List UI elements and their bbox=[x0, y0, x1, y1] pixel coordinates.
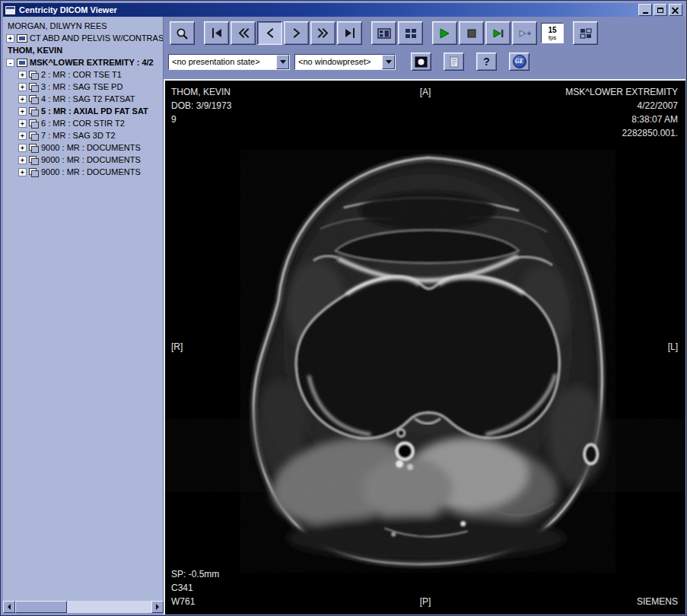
dropdown-arrow-button[interactable] bbox=[382, 55, 395, 69]
maximize-button[interactable] bbox=[654, 4, 667, 16]
overlay-study-block: MSK^LOWER EXTREMITY 4/22/2007 8:38:07 AM… bbox=[565, 85, 678, 140]
orientation-marker-left: [L] bbox=[668, 340, 678, 354]
study-icon bbox=[17, 59, 27, 67]
app-icon bbox=[5, 5, 16, 15]
double-chevron-right-icon bbox=[316, 28, 330, 38]
tree-item-series[interactable]: + 2 : MR : COR TSE T1 bbox=[3, 68, 163, 81]
help-button[interactable]: ? bbox=[476, 52, 497, 71]
window-preset-value: <no windowpreset> bbox=[295, 55, 373, 69]
expand-toggle[interactable]: + bbox=[18, 83, 27, 91]
first-image-button[interactable] bbox=[204, 21, 229, 45]
presentation-state-value: <no presentation state> bbox=[169, 55, 262, 69]
layout-split-button[interactable] bbox=[371, 21, 396, 45]
mri-axial-knee-image bbox=[165, 81, 684, 613]
study-tree-panel: MORGAN, DILWYN REES + CT ABD AND PELVIS … bbox=[3, 17, 164, 613]
orientation-marker-right: [R] bbox=[171, 340, 183, 354]
layout-grid-button[interactable] bbox=[398, 21, 423, 45]
study-label: CT ABD AND PELVIS W/CONTRAST bbox=[30, 33, 163, 43]
series-icon bbox=[29, 119, 39, 128]
tree-item-series[interactable]: + 9000 : MR : DOCUMENTS bbox=[3, 154, 163, 166]
next-image-button[interactable] bbox=[284, 21, 309, 45]
dropdown-arrow-button[interactable] bbox=[276, 55, 289, 69]
fps-unit: fps bbox=[549, 34, 557, 41]
overlay-image-number: 9 bbox=[171, 113, 231, 126]
series-icon bbox=[29, 144, 39, 152]
fast-forward-button[interactable] bbox=[310, 21, 336, 45]
window-preset-select[interactable]: <no windowpreset> bbox=[294, 54, 396, 70]
scrollbar-thumb[interactable] bbox=[15, 601, 67, 613]
tree-item-series[interactable]: + 9000 : MR : DOCUMENTS bbox=[3, 166, 163, 178]
step-forward-icon bbox=[518, 28, 532, 39]
expand-toggle[interactable]: + bbox=[18, 119, 27, 128]
magnifier-icon bbox=[176, 27, 189, 40]
series-icon bbox=[29, 95, 39, 103]
series-label: 3 : MR : SAG TSE PD bbox=[41, 82, 122, 91]
tree-item-study[interactable]: + CT ABD AND PELVIS W/CONTRAST bbox=[3, 32, 163, 44]
tree-item-series[interactable]: + 4 : MR : SAG T2 FATSAT bbox=[3, 93, 163, 105]
minimize-icon bbox=[643, 12, 648, 14]
tree-item-series[interactable]: + 3 : MR : SAG TSE PD bbox=[3, 81, 163, 93]
fast-backward-button[interactable] bbox=[231, 21, 256, 45]
series-icon bbox=[29, 132, 39, 140]
minimize-button[interactable] bbox=[638, 4, 652, 16]
cine-play-once-button[interactable] bbox=[485, 21, 510, 45]
tree-item-series[interactable]: + 6 : MR : COR STIR T2 bbox=[3, 117, 163, 129]
study-tree: MORGAN, DILWYN REES + CT ABD AND PELVIS … bbox=[3, 17, 163, 601]
overlay-dob: DOB: 3/9/1973 bbox=[171, 99, 231, 113]
cine-step-button[interactable] bbox=[512, 21, 537, 45]
orientation-marker-posterior: [P] bbox=[165, 595, 685, 608]
expand-toggle[interactable]: + bbox=[18, 144, 27, 152]
tree-item-patient[interactable]: MORGAN, DILWYN REES bbox=[3, 20, 163, 32]
scroll-left-button[interactable] bbox=[3, 601, 15, 613]
tree-item-patient[interactable]: THOM, KEVIN bbox=[3, 44, 163, 56]
tree-item-study[interactable]: - MSK^LOWER EXTREMITY : 4/2 bbox=[3, 56, 163, 68]
zoom-preview-button[interactable] bbox=[170, 21, 195, 45]
series-icon bbox=[29, 83, 39, 91]
tree-item-series[interactable]: + 7 : MR : SAG 3D T2 bbox=[3, 129, 163, 141]
layout-split-icon bbox=[377, 28, 391, 39]
window-title: Centricity DICOM Viewer bbox=[19, 5, 638, 14]
tile-images-button[interactable] bbox=[573, 21, 598, 45]
cine-stop-button[interactable] bbox=[459, 21, 484, 45]
layout-grid-icon bbox=[404, 28, 418, 39]
scroll-right-button[interactable] bbox=[151, 601, 164, 613]
series-icon bbox=[29, 168, 39, 176]
expand-toggle[interactable]: + bbox=[18, 107, 27, 116]
collapse-toggle[interactable]: - bbox=[6, 59, 14, 67]
previous-image-button[interactable] bbox=[257, 21, 282, 45]
series-label: 6 : MR : COR STIR T2 bbox=[41, 119, 125, 128]
close-icon bbox=[672, 7, 679, 14]
patient-name-label: THOM, KEVIN bbox=[8, 46, 62, 55]
overlay-slice-position: SP: -0.5mm bbox=[171, 567, 219, 581]
double-chevron-left-icon bbox=[237, 28, 250, 38]
last-image-button[interactable] bbox=[337, 21, 362, 45]
ge-about-button[interactable]: GE bbox=[509, 52, 530, 71]
cine-play-button[interactable] bbox=[432, 21, 457, 45]
expand-toggle[interactable]: + bbox=[18, 71, 27, 79]
play-to-end-icon bbox=[492, 28, 504, 39]
tree-horizontal-scrollbar[interactable] bbox=[3, 601, 164, 613]
tree-item-series-selected[interactable]: + 5 : MR : AXIAL PD FAT SAT bbox=[3, 105, 163, 117]
series-label: 7 : MR : SAG 3D T2 bbox=[41, 131, 116, 140]
toolbar-row-navigation: 15 fps bbox=[170, 21, 598, 45]
expand-toggle[interactable]: + bbox=[18, 95, 27, 103]
skip-to-end-icon bbox=[343, 28, 357, 38]
image-viewport[interactable]: THOM, KEVIN DOB: 3/9/1973 9 [A] MSK^LOWE… bbox=[164, 79, 685, 614]
overlay-study-id: 2282850.001. bbox=[565, 126, 678, 140]
presentation-state-select[interactable]: <no presentation state> bbox=[168, 54, 290, 70]
close-button[interactable] bbox=[669, 4, 682, 16]
fps-display[interactable]: 15 fps bbox=[541, 23, 564, 43]
expand-toggle[interactable]: + bbox=[18, 132, 27, 140]
stop-icon bbox=[466, 28, 477, 39]
app-window: Centricity DICOM Viewer MORGAN, DILWYN R… bbox=[0, 0, 687, 616]
invert-image-button[interactable] bbox=[411, 52, 431, 71]
report-button[interactable] bbox=[444, 52, 464, 71]
tree-item-series[interactable]: + 9000 : MR : DOCUMENTS bbox=[3, 141, 163, 154]
arrow-left-icon bbox=[5, 604, 11, 610]
expand-toggle[interactable]: + bbox=[6, 34, 14, 43]
expand-toggle[interactable]: + bbox=[18, 156, 27, 164]
titlebar[interactable]: Centricity DICOM Viewer bbox=[3, 3, 684, 17]
expand-toggle[interactable]: + bbox=[18, 168, 27, 176]
chevron-down-icon bbox=[280, 60, 286, 67]
invert-icon bbox=[415, 56, 428, 68]
